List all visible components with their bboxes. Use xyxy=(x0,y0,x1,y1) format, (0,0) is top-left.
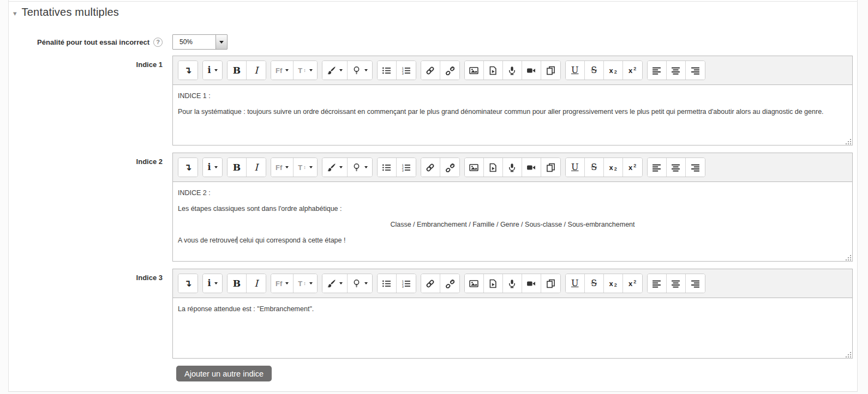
manage-files-button[interactable] xyxy=(541,158,560,177)
underline-button[interactable]: U xyxy=(566,61,585,80)
align-right-button[interactable] xyxy=(686,158,705,177)
italic-button[interactable]: I xyxy=(247,61,266,80)
resize-handle[interactable] xyxy=(845,254,851,260)
record-video-button[interactable] xyxy=(522,61,541,80)
strikethrough-button[interactable]: S xyxy=(585,61,604,80)
align-left-button[interactable] xyxy=(648,158,667,177)
ordered-list-button[interactable] xyxy=(397,61,416,80)
text-color-dropdown[interactable] xyxy=(322,61,348,80)
ordered-list-button[interactable] xyxy=(397,158,416,177)
toggle-toolbar-button[interactable]: ↴ xyxy=(178,274,197,293)
font-family-dropdown[interactable]: Ff xyxy=(271,274,294,293)
subscript-button[interactable]: x2 xyxy=(604,61,623,80)
insert-image-button[interactable] xyxy=(465,274,484,293)
insert-image-button[interactable] xyxy=(465,61,484,80)
unlink-button[interactable] xyxy=(440,61,459,80)
toolbar-group xyxy=(322,157,373,177)
select-arrow-button[interactable] xyxy=(215,35,227,49)
toggle-toolbar-button[interactable]: ↴ xyxy=(178,158,197,177)
record-audio-button[interactable] xyxy=(503,274,522,293)
record-video-button[interactable] xyxy=(522,274,541,293)
underline-glyph-icon: U xyxy=(571,279,578,288)
record-audio-button[interactable] xyxy=(503,158,522,177)
underline-button[interactable]: U xyxy=(566,158,585,177)
list-ol-icon xyxy=(402,279,411,288)
bold-button[interactable]: B xyxy=(228,274,247,293)
font-size-dropdown[interactable]: T↕ xyxy=(294,274,316,293)
font-family-dropdown[interactable]: Ff xyxy=(271,61,294,80)
insert-media-button[interactable] xyxy=(484,158,503,177)
help-icon[interactable]: ? xyxy=(153,38,163,47)
list-ul-icon xyxy=(382,279,391,288)
ordered-list-button[interactable] xyxy=(397,274,416,293)
superscript-button[interactable]: x2 xyxy=(623,274,642,293)
align-left-button[interactable] xyxy=(648,274,667,293)
insert-media-button[interactable] xyxy=(484,61,503,80)
unordered-list-button[interactable] xyxy=(378,274,397,293)
resize-handle[interactable] xyxy=(845,351,851,357)
link-button[interactable] xyxy=(421,158,440,177)
unlink-icon xyxy=(445,279,454,288)
toolbar-group: ↴ xyxy=(178,157,198,177)
toolbar-group xyxy=(464,157,561,177)
section-header-toggle[interactable]: ▾ Tentatives multiples xyxy=(9,0,857,19)
toolbar-group: ↴ xyxy=(178,274,198,293)
record-video-button[interactable] xyxy=(522,158,541,177)
align-right-button[interactable] xyxy=(686,274,705,293)
unordered-list-button[interactable] xyxy=(378,158,397,177)
image-icon xyxy=(469,66,478,75)
highlight-color-dropdown[interactable] xyxy=(348,274,372,293)
editor-content-area[interactable]: La réponse attendue est : "Embranchement… xyxy=(173,298,852,358)
insert-media-button[interactable] xyxy=(484,274,503,293)
font-size-dropdown[interactable]: T↕ xyxy=(294,61,316,80)
text-color-dropdown[interactable] xyxy=(322,158,348,177)
add-hint-button[interactable]: Ajouter un autre indice xyxy=(176,366,272,381)
align-center-button[interactable] xyxy=(667,61,686,80)
link-button[interactable] xyxy=(421,61,440,80)
editor-content-area[interactable]: INDICE 1 :Pour la systématique : toujour… xyxy=(173,85,852,145)
text-color-dropdown[interactable] xyxy=(322,274,348,293)
hint-label: Indice 3 xyxy=(136,274,163,282)
highlight-color-dropdown[interactable] xyxy=(348,61,372,80)
font-family-dropdown[interactable]: Ff xyxy=(271,158,294,177)
italic-button[interactable]: I xyxy=(247,274,266,293)
align-right-button[interactable] xyxy=(686,61,705,80)
styles-dropdown[interactable]: i xyxy=(203,274,222,293)
underline-button[interactable]: U xyxy=(566,274,585,293)
toolbar-group xyxy=(647,157,705,177)
styles-dropdown[interactable]: i xyxy=(203,158,222,177)
align-center-icon xyxy=(671,163,680,172)
superscript-button[interactable]: x2 xyxy=(623,61,642,80)
penalty-select[interactable]: 50% xyxy=(172,34,228,50)
bold-button[interactable]: B xyxy=(228,158,247,177)
unordered-list-button[interactable] xyxy=(378,61,397,80)
align-left-button[interactable] xyxy=(648,61,667,80)
toggle-toolbar-button[interactable]: ↴ xyxy=(178,61,197,80)
insert-image-button[interactable] xyxy=(465,158,484,177)
unlink-button[interactable] xyxy=(440,158,459,177)
font-size-dropdown[interactable]: T↕ xyxy=(294,158,316,177)
strikethrough-button[interactable]: S xyxy=(585,158,604,177)
align-center-button[interactable] xyxy=(667,158,686,177)
editor-paragraph: INDICE 1 : xyxy=(178,91,847,101)
highlight-color-dropdown[interactable] xyxy=(348,158,372,177)
bold-button[interactable]: B xyxy=(228,61,247,80)
files-icon xyxy=(546,163,555,172)
italic-button[interactable]: I xyxy=(247,158,266,177)
link-button[interactable] xyxy=(421,274,440,293)
manage-files-button[interactable] xyxy=(541,274,560,293)
align-left-icon xyxy=(652,279,661,288)
subscript-button[interactable]: x2 xyxy=(604,158,623,177)
superscript-button[interactable]: x2 xyxy=(623,158,642,177)
image-icon xyxy=(469,279,478,288)
editor-content-area[interactable]: INDICE 2 :Les étapes classiques sont dan… xyxy=(173,182,852,261)
record-audio-button[interactable] xyxy=(503,61,522,80)
unlink-button[interactable] xyxy=(440,274,459,293)
toolbar-group xyxy=(464,60,561,80)
strikethrough-button[interactable]: S xyxy=(585,274,604,293)
align-center-button[interactable] xyxy=(667,274,686,293)
subscript-button[interactable]: x2 xyxy=(604,274,623,293)
styles-dropdown[interactable]: i xyxy=(203,61,222,80)
resize-handle[interactable] xyxy=(845,138,851,144)
manage-files-button[interactable] xyxy=(541,61,560,80)
